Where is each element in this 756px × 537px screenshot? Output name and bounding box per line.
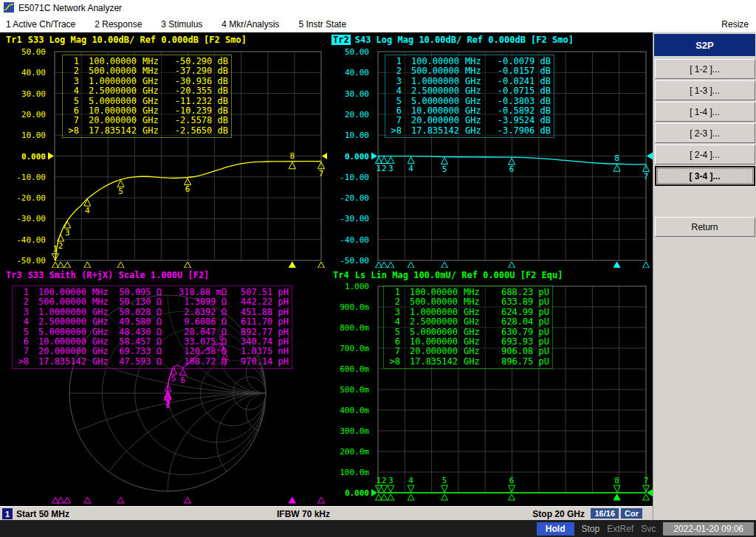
svg-text:1: 1 <box>53 244 58 254</box>
marker-readout-row: 610.000000GHz-10.239 dB <box>66 106 228 116</box>
svg-text:6: 6 <box>509 476 515 485</box>
datetime-display: 2022-01-20 09:06 <box>663 522 754 536</box>
svg-text:8: 8 <box>614 476 619 485</box>
marker-readout-row: 610.000000GHz693.93 pU <box>387 337 549 347</box>
marker-readout-row: 1100.00000MHz688.23 pU <box>387 288 549 297</box>
svg-text:8: 8 <box>614 153 619 163</box>
menu-response[interactable]: 2 Response <box>94 19 142 30</box>
trace4-title: Tr4Ls Lin Mag 100.0mU/ Ref 0.000U [F2 Eq… <box>331 270 563 280</box>
softkey-1-3[interactable]: [ 1-3 ]... <box>655 80 755 100</box>
trace4-settings: Ls Lin Mag 100.0mU/ Ref 0.000U [F2 Equ] <box>355 270 563 280</box>
marker-readout-row: 55.0000000GHz-0.3803 dB <box>388 97 551 106</box>
instrument-status-bar: Hold Stop ExtRef Svc 2022-01-20 09:06 <box>0 520 756 537</box>
marker-readout-row: 720.000000GHz906.08 pU <box>387 347 549 356</box>
trace3-label[interactable]: Tr3 <box>4 270 24 280</box>
sweep-start-readout: Start 50 MHz <box>16 509 69 519</box>
channel-number: 1 <box>2 508 13 519</box>
menu-mkr-analysis[interactable]: 4 Mkr/Analysis <box>221 19 279 30</box>
e5071c-screen: E5071C Network Analyzer 1 Active Ch/Trac… <box>0 0 756 537</box>
trigger-hold-badge[interactable]: Hold <box>537 522 574 536</box>
svg-text:3: 3 <box>388 164 394 173</box>
softkey-3-4[interactable]: [ 3-4 ]... <box>655 166 755 186</box>
menu-bar: 1 Active Ch/Trace 2 Response 3 Stimulus … <box>0 16 756 32</box>
svg-text:5: 5 <box>171 374 176 384</box>
softkey-2-3[interactable]: [ 2-3 ]... <box>655 123 755 143</box>
svg-text:1: 1 <box>377 164 382 173</box>
menu-active-ch-trace[interactable]: 1 Active Ch/Trace <box>6 19 75 30</box>
sweep-stop-readout: Stop 20 GHz <box>532 509 585 519</box>
trace1-marker-table: 1100.00000MHz-50.290 dB2500.00000MHz-37.… <box>62 55 232 138</box>
marker-readout-row: 720.000000GHz-2.5578 dB <box>66 116 228 125</box>
marker-readout-row: 31.0000000GHz-30.936 dB <box>66 77 228 86</box>
svg-text:4: 4 <box>408 164 413 173</box>
marker-readout-row: 2500.00000MHz633.89 pU <box>387 297 549 307</box>
marker-readout-row: 720.000000GHz69.733 Ω120.38 Ω1.0375 nH <box>16 347 289 356</box>
title-bar: E5071C Network Analyzer <box>0 0 756 16</box>
menu-stimulus[interactable]: 3 Stimulus <box>161 19 202 30</box>
trace1-quadrant: 12345678 50.0040.0030.0020.0010.000.000-… <box>0 32 327 268</box>
svg-text:3: 3 <box>65 228 70 238</box>
extref-indicator: ExtRef <box>607 524 633 534</box>
marker-readout-row: 720.000000GHz-3.9524 dB <box>388 116 551 125</box>
svg-text:4: 4 <box>165 391 171 401</box>
svg-text:2: 2 <box>58 241 63 251</box>
trace3-settings: S33 Smith (R+jX) Scale 1.000U [F2] <box>28 270 210 280</box>
marker-readout-row: 610.000000GHz-0.5892 dB <box>388 106 551 116</box>
svg-text:5: 5 <box>118 187 123 196</box>
marker-readout-row: 1100.00000MHz50.095 Ω318.88 mΩ507.51 pH <box>16 288 289 297</box>
softkey-1-2[interactable]: [ 1-2 ]... <box>655 59 755 79</box>
svg-text:7: 7 <box>644 476 649 485</box>
marker-readout-row: >817.835142GHz47.593 Ω108.72 Ω970.14 pH <box>16 357 289 367</box>
svg-text:7: 7 <box>644 172 649 181</box>
svg-text:5: 5 <box>442 164 447 174</box>
trace2-label[interactable]: Tr2 <box>331 35 351 45</box>
marker-readout-row: 610.000000GHz58.457 Ω33.075 Ω340.74 pH <box>16 337 289 347</box>
svg-text:6: 6 <box>180 375 185 385</box>
marker-readout-row: 31.0000000GHz624.99 pU <box>387 308 549 317</box>
svg-text:2: 2 <box>382 164 387 173</box>
marker-readout-row: >817.835142GHz-3.7906 dB <box>388 126 551 136</box>
marker-readout-row: 31.0000000GHz50.028 Ω2.8392 Ω451.88 pH <box>16 308 289 317</box>
marker-readout-row: 42.5000000GHz628.04 pU <box>387 317 549 327</box>
marker-readout-row: >817.835142GHz-2.5650 dB <box>66 126 228 136</box>
trace3-title: Tr3S33 Smith (R+jX) Scale 1.000U [F2] <box>4 270 209 280</box>
svg-text:7: 7 <box>319 169 324 179</box>
marker-readout-row: 2500.00000MHz-0.0157 dB <box>388 66 551 76</box>
softkey-menu-title: S2P <box>654 34 755 56</box>
trace2-quadrant: 12345678 50.0040.0030.0020.0010.000.000-… <box>327 32 653 268</box>
softkey-2-4[interactable]: [ 2-4 ]... <box>655 145 755 164</box>
window-title: E5071C Network Analyzer <box>18 3 122 13</box>
menu-instr-state[interactable]: 5 Instr State <box>298 19 346 30</box>
marker-readout-row: 55.0000000GHz-11.232 dB <box>66 97 228 106</box>
marker-readout-row: 1100.00000MHz-50.290 dB <box>66 57 228 66</box>
marker-readout-row: 42.5000000GHz49.580 Ω9.6086 Ω611.70 pH <box>16 317 289 327</box>
svg-text:5: 5 <box>442 476 447 485</box>
marker-readout-row: 2500.00000MHz50.130 Ω1.3899 Ω442.22 pH <box>16 297 289 307</box>
trace2-title: Tr2S43 Log Mag 10.00dB/ Ref 0.000dB [F2 … <box>331 35 574 45</box>
svg-text:6: 6 <box>509 164 515 174</box>
trace1-settings: S33 Log Mag 10.00dB/ Ref 0.000dB [F2 Smo… <box>28 35 247 45</box>
marker-readout-row: 31.0000000GHz-0.0241 dB <box>388 77 551 86</box>
marker-readout-row: 2500.00000MHz-37.290 dB <box>66 66 228 76</box>
softkey-return[interactable]: Return <box>655 217 755 237</box>
trace2-marker-table: 1100.00000MHz-0.0079 dB2500.00000MHz-0.0… <box>385 55 554 138</box>
ifbw-readout: IFBW 70 kHz <box>277 509 330 519</box>
trace4-quadrant: 12345678 1.000900.0m800.0m700.0m600.0m50… <box>327 268 653 505</box>
svg-text:4: 4 <box>85 206 90 215</box>
marker-readout-row: 42.5000000GHz-0.0715 dB <box>388 86 551 96</box>
trace3-quadrant: 12345678 Tr3S33 Smith (R+jX) Scale 1.000… <box>0 268 327 505</box>
svg-text:2: 2 <box>382 476 387 485</box>
marker-readout-row: 1100.00000MHz-0.0079 dB <box>388 57 551 66</box>
softkey-panel: S2P [ 1-2 ]...[ 1-3 ]...[ 1-4 ]...[ 2-3 … <box>653 32 756 520</box>
resize-control[interactable]: Resize <box>721 19 749 30</box>
trace2-settings: S43 Log Mag 10.00dB/ Ref 0.000dB [F2 Smo… <box>355 35 574 45</box>
trace4-label[interactable]: Tr4 <box>331 270 351 280</box>
marker-readout-row: 55.0000000GHz630.79 pU <box>387 328 549 337</box>
softkey-1-4[interactable]: [ 1-4 ]... <box>655 102 755 122</box>
svg-text:1: 1 <box>377 476 382 485</box>
trace3-marker-table: 1100.00000MHz50.095 Ω318.88 mΩ507.51 pH2… <box>12 285 292 369</box>
trace1-label[interactable]: Tr1 <box>4 35 24 45</box>
svg-text:6: 6 <box>185 184 190 194</box>
app-icon <box>4 2 14 15</box>
trace1-title: Tr1S33 Log Mag 10.00dB/ Ref 0.000dB [F2 … <box>4 35 247 45</box>
